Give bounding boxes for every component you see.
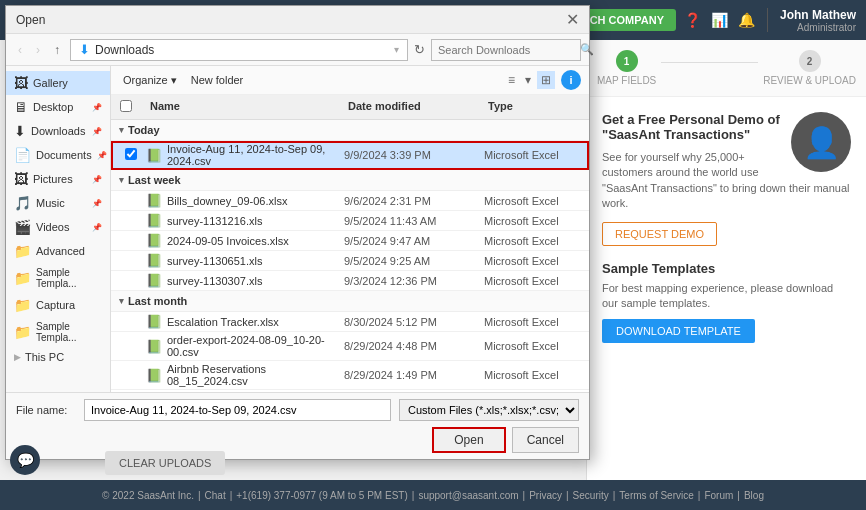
sidebar-item-advanced[interactable]: 📁 Advanced <box>6 239 110 263</box>
blog-link[interactable]: Blog <box>744 490 764 501</box>
advanced-icon: 📁 <box>14 243 31 259</box>
this-pc-header[interactable]: ▶ This PC <box>6 347 110 367</box>
file-name-survey1: 📗 survey-1131216.xls <box>146 213 344 228</box>
file-row-survey1[interactable]: 📗 survey-1131216.xls 9/5/2024 11:43 AM M… <box>111 211 589 231</box>
sidebar-music-label: Music <box>36 197 65 209</box>
refresh-button[interactable]: ↻ <box>414 42 425 57</box>
forward-button[interactable]: › <box>32 41 44 59</box>
excel-icon-inv2024: 📗 <box>146 233 162 248</box>
today-group-label: Today <box>128 124 160 136</box>
view-dropdown-button[interactable]: ▾ <box>521 71 535 89</box>
sidebar-item-music[interactable]: 🎵 Music 📌 <box>6 191 110 215</box>
sidebar-documents-label: Documents <box>36 149 92 161</box>
address-bar[interactable]: ⬇ Downloads ▾ <box>70 39 408 61</box>
file-row-airbnb[interactable]: 📗 Airbnb Reservations 08_15_2024.csv 8/2… <box>111 361 589 390</box>
file-row-invoices2024[interactable]: 📗 2024-09-05 Invoices.xlsx 9/5/2024 9:47… <box>111 231 589 251</box>
file-name-invoice-today: 📗 Invoice-Aug 11, 2024-to-Sep 09, 2024.c… <box>146 143 344 167</box>
bell-icon[interactable]: 🔔 <box>738 12 755 28</box>
details-view-button[interactable]: ⊞ <box>537 71 555 89</box>
file-checkbox[interactable] <box>116 148 146 162</box>
dialog-close-button[interactable]: ✕ <box>566 12 579 28</box>
back-button[interactable]: ‹ <box>14 41 26 59</box>
desktop-icon: 🖥 <box>14 99 28 115</box>
filetype-select[interactable]: Custom Files (*.xls;*.xlsx;*.csv;*. <box>399 399 579 421</box>
last-week-group-label: Last week <box>128 174 181 186</box>
security-link[interactable]: Security <box>573 490 609 501</box>
filename-row: File name: Custom Files (*.xls;*.xlsx;*.… <box>16 399 579 421</box>
sep8: | <box>737 490 740 501</box>
sample2-icon: 📁 <box>14 324 31 340</box>
sidebar-item-pictures[interactable]: 🖼 Pictures 📌 <box>6 167 110 191</box>
music-icon: 🎵 <box>14 195 31 211</box>
filename-input[interactable] <box>84 399 391 421</box>
table-icon[interactable]: 📊 <box>711 12 728 28</box>
last-month-group-header[interactable]: ▾ Last month <box>111 291 589 312</box>
file-row-escalation[interactable]: 📗 Escalation Tracker.xlsx 8/30/2024 5:12… <box>111 312 589 332</box>
file-row-survey3[interactable]: 📗 survey-1130307.xls 9/3/2024 12:36 PM M… <box>111 271 589 291</box>
sidebar-item-gallery[interactable]: 🖼 Gallery <box>6 71 110 95</box>
address-dropdown-icon[interactable]: ▾ <box>394 44 399 55</box>
sidebar-item-downloads[interactable]: ⬇ Downloads 📌 <box>6 119 110 143</box>
phone-link[interactable]: +1(619) 377-0977 (9 AM to 5 PM EST) <box>236 490 407 501</box>
file-select-checkbox[interactable] <box>125 148 137 160</box>
clear-uploads-button[interactable]: CLEAR UPLOADS <box>105 451 225 475</box>
bottom-bar: © 2022 SaasAnt Inc. | Chat | +1(619) 377… <box>0 480 866 510</box>
dialog-footer: File name: Custom Files (*.xls;*.xlsx;*.… <box>6 392 589 459</box>
file-toolbar: Organize ▾ New folder ≡ ▾ ⊞ i <box>111 66 589 95</box>
sidebar-videos-label: Videos <box>36 221 69 233</box>
file-row-invoice-today[interactable]: 📗 Invoice-Aug 11, 2024-to-Sep 09, 2024.c… <box>111 141 589 170</box>
list-view-button[interactable]: ≡ <box>504 71 519 89</box>
name-col-header[interactable]: Name <box>146 98 344 116</box>
help-icon[interactable]: ❓ <box>684 12 701 28</box>
date-col-header[interactable]: Date modified <box>344 98 484 116</box>
address-text: Downloads <box>95 43 154 57</box>
view-icons: ≡ ▾ ⊞ <box>504 71 555 89</box>
type-col-header[interactable]: Type <box>484 98 584 116</box>
sidebar-item-documents[interactable]: 📄 Documents 📌 <box>6 143 110 167</box>
copyright-text: © 2022 SaasAnt Inc. <box>102 490 194 501</box>
search-input[interactable] <box>438 44 576 56</box>
chat-bubble[interactable]: 💬 <box>10 445 40 475</box>
sidebar-item-sample1[interactable]: 📁 Sample Templa... <box>6 263 110 293</box>
search-box: 🔍 <box>431 39 581 61</box>
email-link[interactable]: support@saasant.com <box>418 490 518 501</box>
privacy-link[interactable]: Privacy <box>529 490 562 501</box>
excel-icon-escalation: 📗 <box>146 314 162 329</box>
pin-icon: 📌 <box>92 103 102 112</box>
pin-icon-4: 📌 <box>92 175 102 184</box>
file-row-survey2[interactable]: 📗 survey-1130651.xls 9/5/2024 9:25 AM Mi… <box>111 251 589 271</box>
file-row-order[interactable]: 📗 order-export-2024-08-09_10-20-00.csv 8… <box>111 332 589 361</box>
checkbox-col-header[interactable] <box>116 98 146 116</box>
step-1-label: MAP FIELDS <box>597 75 656 86</box>
up-button[interactable]: ↑ <box>50 41 64 59</box>
chat-link[interactable]: Chat <box>205 490 226 501</box>
dialog-toolbar: ‹ › ↑ ⬇ Downloads ▾ ↻ 🔍 <box>6 34 589 66</box>
search-icon: 🔍 <box>580 43 594 56</box>
new-folder-button[interactable]: New folder <box>187 72 248 88</box>
forum-link[interactable]: Forum <box>704 490 733 501</box>
excel-file-icon: 📗 <box>146 148 162 163</box>
sidebar-item-desktop[interactable]: 🖥 Desktop 📌 <box>6 95 110 119</box>
step-1: 1 MAP FIELDS <box>597 50 656 86</box>
file-row-bills[interactable]: 📗 Bills_downey_09-06.xlsx 9/6/2024 2:31 … <box>111 191 589 211</box>
cancel-button[interactable]: Cancel <box>512 427 579 453</box>
info-button[interactable]: i <box>561 70 581 90</box>
sidebar-pictures-label: Pictures <box>33 173 73 185</box>
organize-button[interactable]: Organize ▾ <box>119 72 181 89</box>
sidebar-gallery-label: Gallery <box>33 77 68 89</box>
divider <box>767 8 768 32</box>
today-group-header[interactable]: ▾ Today <box>111 120 589 141</box>
pin-icon-3: 📌 <box>97 151 107 160</box>
select-all-checkbox[interactable] <box>120 100 132 112</box>
open-button[interactable]: Open <box>432 427 505 453</box>
download-template-button[interactable]: DOWNLOAD TEMPLATE <box>602 319 755 343</box>
last-week-group-header[interactable]: ▾ Last week <box>111 170 589 191</box>
sidebar-item-sample2[interactable]: 📁 Sample Templa... <box>6 317 110 347</box>
sidebar-item-captura[interactable]: 📁 Captura <box>6 293 110 317</box>
request-demo-button[interactable]: REQUEST DEMO <box>602 222 717 246</box>
file-date-survey1: 9/5/2024 11:43 AM <box>344 215 484 227</box>
file-type-survey1: Microsoft Excel <box>484 215 584 227</box>
tos-link[interactable]: Terms of Service <box>619 490 693 501</box>
today-chevron-icon: ▾ <box>119 125 124 135</box>
sidebar-item-videos[interactable]: 🎬 Videos 📌 <box>6 215 110 239</box>
